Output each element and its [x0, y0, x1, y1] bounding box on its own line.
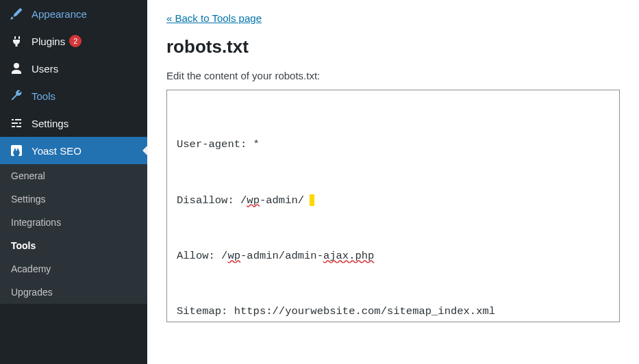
- plug-icon: [10, 34, 23, 48]
- sidebar-item-appearance[interactable]: Appearance: [0, 0, 147, 27]
- sidebar-item-label: Users: [32, 63, 58, 75]
- sidebar-item-label: Appearance: [32, 8, 87, 20]
- yoast-icon: [10, 144, 23, 157]
- sidebar-item-label: Tools: [32, 90, 55, 102]
- user-icon: [10, 62, 23, 75]
- paintbrush-icon: [10, 7, 23, 21]
- submenu-item-academy[interactable]: Academy: [0, 257, 147, 281]
- sidebar-item-label: Plugins: [32, 36, 65, 47]
- submenu-item-integrations[interactable]: Integrations: [0, 211, 147, 234]
- submenu-item-settings[interactable]: Settings: [0, 187, 147, 211]
- sidebar-item-users[interactable]: Users: [0, 55, 147, 82]
- submenu-item-general[interactable]: General: [0, 164, 147, 187]
- submenu-item-tools[interactable]: Tools: [0, 234, 147, 257]
- sidebar-item-settings[interactable]: Settings: [0, 109, 147, 137]
- page-title: robots.txt: [166, 36, 620, 57]
- text-cursor: [310, 194, 314, 206]
- submenu-item-upgrades[interactable]: Upgrades: [0, 281, 147, 304]
- sliders-icon: [10, 116, 23, 130]
- yoast-submenu: General Settings Integrations Tools Acad…: [0, 164, 147, 304]
- sidebar-item-label: Settings: [32, 118, 68, 129]
- robots-txt-editor[interactable]: User-agent: * Disallow: /wp-admin/ Allow…: [166, 90, 620, 322]
- back-to-tools-link[interactable]: « Back to Tools page: [166, 12, 262, 24]
- main-content: « Back to Tools page robots.txt Edit the…: [147, 0, 639, 364]
- editor-description: Edit the content of your robots.txt:: [166, 70, 620, 81]
- admin-sidebar: Appearance Plugins 2 Users Tools Setting…: [0, 0, 147, 364]
- sidebar-item-label: Yoast SEO: [32, 145, 82, 157]
- wrench-icon: [10, 89, 23, 103]
- sidebar-item-plugins[interactable]: Plugins 2: [0, 27, 147, 55]
- update-badge: 2: [69, 35, 82, 47]
- sidebar-item-tools[interactable]: Tools: [0, 82, 147, 109]
- sidebar-item-yoast-seo[interactable]: Yoast SEO: [0, 137, 147, 164]
